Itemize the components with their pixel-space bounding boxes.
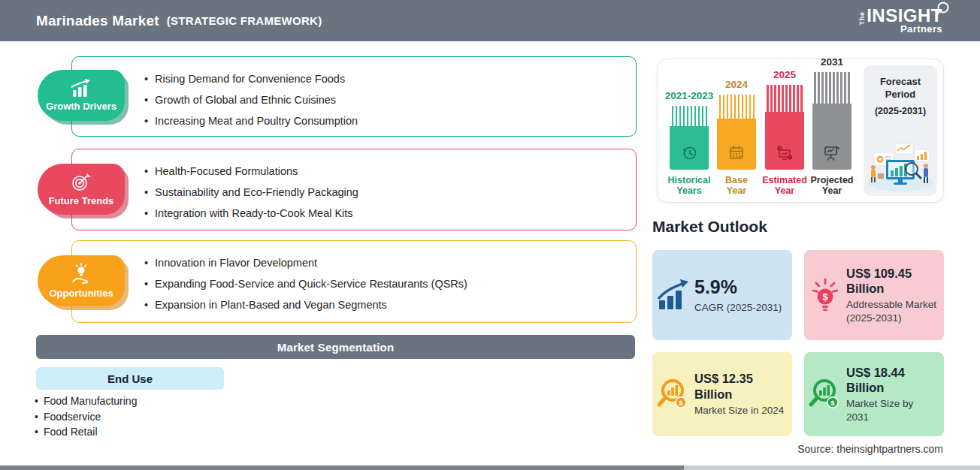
header-bar: Marinades Market (STRATEGIC FRAMEWORK) T… <box>0 0 980 41</box>
timeline-bar-label: Estimated Year <box>762 175 807 197</box>
end-use-label: End Use <box>107 372 153 385</box>
badge-label: Future Trends <box>49 195 114 206</box>
cagr-desc: CAGR (2025-2031) <box>694 301 782 315</box>
timeline-bar-historical: 2021-2023 Historical Years <box>670 106 709 170</box>
timeline-bar-estimated: 2025 Estimated Year <box>765 85 804 170</box>
addressable-market-desc: Addressable Market (2025-2031) <box>846 298 938 325</box>
market-size-2031-card: $ US$ 18.44 Billion Market Size by 2031 <box>804 352 944 436</box>
list-item: Innovation in Flavor Development <box>144 252 622 273</box>
opportunities-badge: Opportunities <box>38 255 125 306</box>
forecast-period-range: (2025-2031) <box>864 106 937 116</box>
future-trends-list: Health-Focused Formulations Sustainabili… <box>72 149 636 224</box>
list-item: Integration with Ready-to-Cook Meal Kits <box>144 203 622 224</box>
list-item: Growth of Global and Ethnic Cuisines <box>144 89 622 110</box>
timeline-bar-projected: 2031 Projected Year <box>812 72 851 170</box>
growth-drivers-box: Rising Demand for Convenience Foods Grow… <box>71 56 637 137</box>
end-use-header: End Use <box>36 367 224 390</box>
target-dart-icon <box>71 172 92 193</box>
market-size-2031-value: US$ 18.44 Billion <box>846 365 938 396</box>
company-logo: The INSIGHT Partners <box>859 7 942 35</box>
market-size-2024-value: US$ 12.35 Billion <box>694 371 786 402</box>
badge-label: Opportunities <box>49 288 113 299</box>
growth-drivers-badge: Growth Drivers <box>38 70 125 121</box>
magnifier-chart-icon: $ <box>655 377 691 411</box>
list-item: Rising Demand for Convenience Foods <box>144 68 622 89</box>
list-item: Foodservice <box>35 409 137 425</box>
forecast-period-title: Forecast Period <box>864 76 937 101</box>
timeline-year: 2024 <box>725 79 748 90</box>
horizontal-scrollbar[interactable] <box>0 465 980 470</box>
market-size-2024-card: $ US$ 12.35 Billion Market Size in 2024 <box>652 352 792 436</box>
projection-screen-icon <box>822 143 842 163</box>
timeline-bar-label: Projected Year <box>811 175 854 197</box>
timeline-bar-label: Base Year <box>725 175 748 197</box>
list-item: Food Manufacturing <box>35 393 137 409</box>
timeline-year: 2031 <box>821 56 843 68</box>
infographic-page: Marinades Market (STRATEGIC FRAMEWORK) T… <box>0 0 980 470</box>
cagr-card: 5.9% CAGR (2025-2031) <box>652 250 792 340</box>
history-clock-icon <box>679 143 699 163</box>
market-segmentation-header: Market Segmentation <box>36 335 635 359</box>
logo-the-text: The <box>859 10 866 25</box>
market-size-2031-desc: Market Size by 2031 <box>846 397 938 424</box>
calendar-icon <box>727 143 746 163</box>
list-item: Sustainability and Eco-Friendly Packagin… <box>144 182 622 203</box>
svg-text:$: $ <box>822 291 828 303</box>
addressable-market-card: $ US$ 109.45 Billion Addressable Market … <box>804 250 944 340</box>
timeline-year: 2021-2023 <box>665 90 714 101</box>
timeline-bar-label: Historical Years <box>668 175 711 197</box>
analytics-illustration <box>865 136 936 193</box>
badge-label: Growth Drivers <box>46 101 116 112</box>
growth-drivers-list: Rising Demand for Convenience Foods Grow… <box>72 57 636 131</box>
forecast-timeline-panel: 2021-2023 Historical Years 2024 Base Yea… <box>657 59 944 203</box>
future-trends-badge: Future Trends <box>38 164 125 215</box>
bar-chart-arrow-icon <box>70 79 92 98</box>
monitor-analysis-icon <box>775 143 794 163</box>
end-use-list: Food Manufacturing Foodservice Food Reta… <box>35 393 137 440</box>
scrollbar-thumb[interactable] <box>0 465 684 470</box>
svg-text:$: $ <box>679 399 683 407</box>
addressable-market-value: US$ 109.45 Billion <box>846 266 938 297</box>
list-item: Increasing Meat and Poultry Consumption <box>144 110 622 131</box>
page-title: Marinades Market (STRATEGIC FRAMEWORK) <box>36 0 322 41</box>
timeline-year: 2025 <box>773 69 796 80</box>
report-title: Marinades Market <box>36 13 159 29</box>
opportunities-list: Innovation in Flavor Development Expandi… <box>72 241 636 315</box>
opportunities-box: Innovation in Flavor Development Expandi… <box>71 240 637 323</box>
report-subtitle: (STRATEGIC FRAMEWORK) <box>167 14 322 27</box>
market-size-2024-desc: Market Size in 2024 <box>694 404 786 417</box>
logo-insight-text: INSIGHT <box>867 7 942 25</box>
bulb-hand-icon <box>70 263 92 285</box>
cagr-value: 5.9% <box>694 276 782 299</box>
source-attribution: Source: theinsightpartners.com <box>797 443 943 455</box>
timeline-bar-base: 2024 Base Year <box>717 95 756 170</box>
bulb-dollar-icon: $ <box>809 278 842 312</box>
list-item: Expansion in Plant-Based and Vegan Segme… <box>144 294 622 315</box>
list-item: Expanding Food-Service and Quick-Service… <box>144 273 622 294</box>
list-item: Health-Focused Formulations <box>144 161 622 182</box>
svg-text:$: $ <box>830 399 835 407</box>
future-trends-box: Health-Focused Formulations Sustainabili… <box>71 149 637 230</box>
list-item: Food Retail <box>35 424 137 440</box>
forecast-period-panel: Forecast Period (2025-2031) <box>864 65 937 196</box>
magnifier-lens-icon <box>935 2 950 18</box>
bar-growth-icon <box>657 279 690 311</box>
market-outlook-title: Market Outlook <box>652 218 767 236</box>
magnifier-chart-icon: $ <box>807 377 843 411</box>
segmentation-title: Market Segmentation <box>277 341 395 354</box>
